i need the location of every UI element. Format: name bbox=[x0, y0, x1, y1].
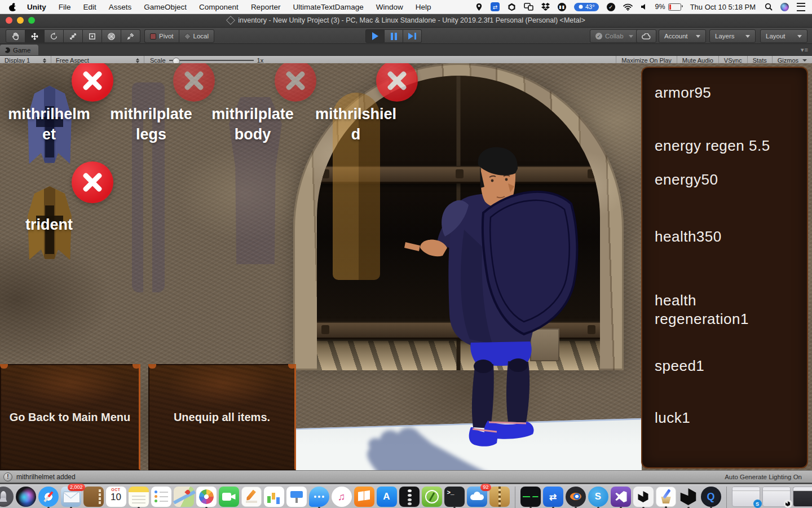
step-button[interactable] bbox=[403, 29, 422, 43]
dock-keynote-icon[interactable] bbox=[286, 487, 307, 507]
dock-facetime-icon[interactable] bbox=[219, 487, 239, 507]
siri-icon[interactable] bbox=[780, 3, 789, 11]
cloud-pause-icon[interactable]: ▮▮ bbox=[558, 3, 566, 11]
console-message[interactable]: mithrilhelmet added bbox=[16, 473, 76, 481]
battery-indicator[interactable]: 9% bbox=[655, 3, 681, 11]
menu-gameobject[interactable]: GameObject bbox=[138, 3, 193, 11]
remove-trident-button[interactable] bbox=[72, 161, 113, 203]
dock-numbers-icon[interactable] bbox=[264, 487, 284, 507]
close-window-button[interactable] bbox=[6, 17, 12, 24]
remove-body-button[interactable] bbox=[275, 63, 316, 102]
dock-mail-icon[interactable]: 2,002 bbox=[61, 487, 81, 507]
tab-game[interactable]: Game bbox=[0, 45, 38, 55]
remove-legs-button[interactable] bbox=[173, 63, 215, 102]
dock-blender-icon[interactable] bbox=[566, 487, 586, 507]
collab-button[interactable]: ✓ Collab bbox=[590, 29, 639, 43]
play-icon bbox=[372, 32, 378, 40]
collab-group: ✓ Collab bbox=[590, 29, 639, 43]
menu-component[interactable]: Component bbox=[193, 3, 245, 11]
rect-tool-button[interactable] bbox=[83, 29, 102, 43]
window-title-wrap: inventory - New Unity Project (3) - PC, … bbox=[0, 16, 812, 24]
dock-mystery-icon[interactable] bbox=[399, 487, 420, 507]
menu-edit[interactable]: Edit bbox=[77, 3, 103, 11]
scale-tool-button[interactable] bbox=[64, 29, 83, 43]
layout-dropdown[interactable]: Layout bbox=[760, 29, 807, 43]
menubar-clock[interactable]: Thu Oct 10 5:18 PM bbox=[689, 3, 757, 11]
teamviewer-menu-icon[interactable]: ⇄ bbox=[491, 2, 500, 11]
unity-statusbar[interactable]: ! mithrilhelmet added Auto Generate Ligh… bbox=[0, 470, 812, 483]
dock-reminders-icon[interactable] bbox=[151, 487, 171, 507]
dock-books-icon[interactable] bbox=[354, 487, 374, 507]
dock-painter-icon[interactable] bbox=[656, 487, 676, 507]
apple-menu-icon[interactable] bbox=[9, 3, 16, 11]
spotlight-icon[interactable] bbox=[765, 3, 773, 11]
dock-pages-icon[interactable] bbox=[241, 487, 262, 507]
menu-reporter[interactable]: Reporter bbox=[245, 3, 287, 11]
menu-unity[interactable]: Unity bbox=[21, 3, 52, 11]
dock-vs-icon[interactable] bbox=[611, 487, 631, 507]
dock-quicktime-icon[interactable]: Q bbox=[701, 487, 721, 507]
dock-terminal-icon[interactable]: >_ bbox=[444, 487, 465, 507]
transform-tool-button[interactable] bbox=[102, 29, 121, 43]
tab-options-icon[interactable]: ▾≡ bbox=[801, 46, 809, 54]
play-button[interactable] bbox=[365, 29, 385, 43]
weather-widget[interactable]: 43° bbox=[574, 3, 599, 11]
dock-notes-icon[interactable] bbox=[129, 487, 149, 507]
dock-android-icon[interactable] bbox=[422, 487, 442, 507]
back-to-main-menu-button[interactable]: Go Back to Main Menu bbox=[0, 364, 140, 470]
dock-itunes-icon[interactable]: ♫ bbox=[332, 487, 352, 507]
move-tool-button[interactable] bbox=[25, 29, 45, 43]
zoom-window-button[interactable] bbox=[28, 17, 35, 24]
trident-label-line: trident bbox=[2, 214, 96, 235]
dock-archive-icon[interactable] bbox=[489, 487, 510, 507]
dock-teamviewer-icon[interactable]: ⇄ bbox=[543, 487, 563, 507]
notification-center-icon[interactable] bbox=[797, 3, 805, 11]
remove-helmet-button[interactable] bbox=[72, 63, 113, 102]
scale-track[interactable] bbox=[169, 60, 254, 61]
rotate-tool-button[interactable] bbox=[45, 29, 64, 43]
dock-launchpad-icon[interactable] bbox=[0, 487, 14, 507]
dock-onedrive-icon[interactable]: 92 bbox=[467, 487, 487, 507]
dock-skype-icon[interactable]: S bbox=[588, 487, 608, 507]
weather-temp: 43° bbox=[585, 3, 595, 10]
pause-button[interactable] bbox=[385, 29, 403, 43]
layers-dropdown[interactable]: Layers bbox=[709, 29, 756, 43]
volume-icon[interactable] bbox=[641, 3, 647, 10]
menu-window[interactable]: Window bbox=[370, 3, 409, 11]
stat-value: energy50 bbox=[655, 170, 790, 189]
hand-tool-button[interactable] bbox=[6, 29, 25, 43]
dock-messages-icon[interactable] bbox=[309, 487, 329, 507]
dock-activity-icon[interactable] bbox=[520, 487, 541, 507]
custom-tool-button[interactable] bbox=[121, 29, 140, 43]
wifi-icon[interactable] bbox=[623, 3, 633, 11]
unity-window: inventory - New Unity Project (3) - PC, … bbox=[0, 14, 812, 484]
dropbox-icon[interactable] bbox=[541, 3, 550, 11]
auto-lighting-status[interactable]: Auto Generate Lighting On bbox=[725, 474, 812, 480]
dock-window-thumb-unity-icon[interactable] bbox=[762, 487, 791, 507]
local-toggle-button[interactable]: Local bbox=[179, 29, 215, 43]
dock-unity3d-icon[interactable] bbox=[678, 487, 699, 507]
minimize-window-button[interactable] bbox=[17, 17, 24, 24]
dock-siri-icon[interactable] bbox=[16, 487, 36, 507]
check-circle-icon[interactable]: ✓ bbox=[607, 3, 615, 11]
dock-window-thumb-blender-icon[interactable] bbox=[793, 487, 812, 507]
menu-assets[interactable]: Assets bbox=[103, 3, 138, 11]
menu-file[interactable]: File bbox=[52, 3, 77, 11]
unity-menu-icon[interactable] bbox=[508, 3, 516, 11]
menu-ultimatetextdamage[interactable]: UltimateTextDamage bbox=[286, 3, 369, 11]
dock-maps-icon[interactable] bbox=[174, 487, 194, 507]
cloud-button[interactable] bbox=[636, 29, 656, 43]
displays-icon[interactable] bbox=[524, 3, 533, 11]
dock-safari-icon[interactable] bbox=[38, 487, 59, 507]
dock-photos-icon[interactable] bbox=[196, 487, 217, 507]
unequip-all-button[interactable]: Unequip all items. bbox=[148, 364, 296, 470]
dock-appstore-icon[interactable]: A bbox=[377, 487, 397, 507]
location-icon[interactable] bbox=[475, 3, 483, 11]
dock-window-thumb-skype-icon[interactable]: S bbox=[732, 487, 760, 507]
pivot-toggle-button[interactable]: Pivot bbox=[144, 29, 179, 43]
account-dropdown[interactable]: Account bbox=[659, 29, 706, 43]
dock-contacts-icon[interactable] bbox=[83, 487, 104, 507]
dock-unityhub-icon[interactable] bbox=[633, 487, 654, 507]
menu-help[interactable]: Help bbox=[409, 3, 438, 11]
dock-calendar-icon[interactable]: OCT10 bbox=[106, 487, 126, 507]
